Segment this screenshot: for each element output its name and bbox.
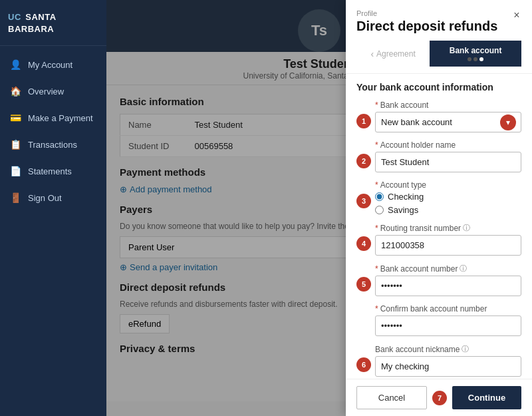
account-type-label: * Account type [375, 180, 521, 190]
routing-info-icon[interactable]: ⓘ [463, 223, 470, 233]
sidebar-item-overview[interactable]: 🏠 Overview [0, 78, 106, 104]
routing-input[interactable] [375, 235, 521, 256]
account-number-input[interactable] [375, 276, 521, 296]
radio-checking[interactable]: Checking [375, 192, 521, 202]
confirm-account-input[interactable] [375, 315, 521, 336]
cancel-button[interactable]: Cancel [356, 386, 427, 409]
step-dot-2 [473, 57, 477, 61]
nickname-input[interactable] [375, 356, 521, 377]
payment-icon: 💳 [9, 112, 21, 124]
step-badge-1: 1 [356, 114, 371, 128]
confirm-account-label-text: Confirm bank account number [380, 304, 487, 313]
radio-savings[interactable]: Savings [375, 205, 521, 215]
step-badge-6: 6 [356, 357, 371, 372]
badge-col-5: 5 [356, 277, 371, 292]
routing-field-row: 4 * Routing transit number ⓘ [356, 223, 521, 256]
account-holder-field-row: 2 * Account holder name [356, 140, 521, 172]
account-number-info-icon[interactable]: ⓘ [460, 264, 467, 274]
bank-account-section-heading: Your bank account information [356, 82, 521, 93]
sidebar-label-statements: Statements [28, 166, 72, 176]
nickname-label: Bank account nickname ⓘ [375, 344, 521, 354]
bank-account-label: * Bank account [375, 101, 521, 110]
nickname-field-row: 6 Bank account nickname ⓘ Maximum 17 cha… [356, 344, 521, 379]
continue-button[interactable]: Continue [452, 386, 521, 409]
bank-account-section-label: Your bank account information [356, 82, 493, 93]
badge-col-6: 6 [356, 357, 371, 372]
confirm-account-label: * Confirm bank account number [375, 304, 521, 313]
logo-uc: UC [8, 12, 21, 22]
bank-account-field: * Bank account New bank account ▾ [375, 101, 521, 132]
step-agreement-label: Agreement [376, 49, 416, 59]
home-icon: 🏠 [9, 85, 21, 97]
badge-col-3: 3 [356, 194, 371, 208]
account-type-label-text: Account type [380, 180, 426, 190]
sidebar-item-sign-out[interactable]: 🚪 Sign Out [0, 184, 106, 211]
account-number-label: * Bank account number ⓘ [375, 264, 521, 274]
modal-overlay: Profile Direct deposit refunds × ‹ Agree… [106, 0, 532, 416]
close-button[interactable]: × [509, 8, 524, 23]
step-badge-7: 7 [432, 391, 447, 405]
step-bank-account[interactable]: Bank account [430, 41, 521, 67]
main-content: Ts Test Student University of California… [106, 0, 532, 416]
nickname-info-icon[interactable]: ⓘ [462, 344, 469, 354]
transactions-icon: 📋 [9, 138, 21, 150]
account-holder-label-text: Account holder name [380, 140, 456, 150]
badge-col-1: 1 [356, 114, 371, 128]
step-dot-1 [467, 57, 471, 61]
account-type-field: * Account type Checking Savings [375, 180, 521, 215]
sidebar-label-my-account: My Account [28, 60, 72, 70]
sidebar-item-my-account[interactable]: 👤 My Account [0, 51, 106, 78]
account-type-radio-group: Checking Savings [375, 192, 521, 215]
account-holder-input[interactable] [375, 152, 521, 172]
step-agreement[interactable]: ‹ Agreement [356, 43, 430, 65]
step-badge-4: 4 [356, 236, 371, 251]
radio-savings-input[interactable] [375, 206, 384, 214]
account-number-field-row: 5 * Bank account number ⓘ [356, 264, 521, 296]
modal-steps: ‹ Agreement Bank account [356, 41, 521, 67]
statements-icon: 📄 [9, 165, 21, 177]
badge-col-2: 2 [356, 154, 371, 168]
step-dots [436, 57, 515, 61]
sidebar-label-transactions: Transactions [28, 140, 77, 150]
account-type-field-row: 3 * Account type Checking [356, 180, 521, 215]
step-badge-5: 5 [356, 277, 371, 292]
signout-icon: 🚪 [9, 192, 21, 204]
modal-header: Profile Direct deposit refunds × ‹ Agree… [346, 0, 532, 74]
radio-savings-label: Savings [388, 205, 418, 215]
bank-account-field-row: 1 * Bank account New bank account ▾ [356, 101, 521, 132]
bank-account-label-text: Bank account [380, 101, 429, 110]
sidebar: UC SANTA BARBARA 👤 My Account 🏠 Overview… [0, 0, 106, 416]
nickname-label-text: Bank account nickname [375, 345, 460, 354]
routing-field: * Routing transit number ⓘ [375, 223, 521, 256]
sidebar-label-overview: Overview [28, 87, 64, 97]
nickname-field: Bank account nickname ⓘ Maximum 17 chara… [375, 344, 521, 379]
badge-col-4: 4 [356, 236, 371, 251]
account-number-field: * Bank account number ⓘ [375, 264, 521, 296]
step-bank-account-label: Bank account [436, 46, 515, 55]
routing-label-text: Routing transit number [380, 224, 461, 233]
sidebar-nav: 👤 My Account 🏠 Overview 💳 Make a Payment… [0, 51, 106, 211]
modal-profile-label: Profile [356, 9, 521, 17]
account-number-label-text: Bank account number [380, 264, 458, 274]
step-badge-2: 2 [356, 154, 371, 168]
person-icon: 👤 [9, 59, 21, 71]
modal-footer: Cancel 7 Continue [346, 379, 532, 416]
bank-account-select-wrapper: New bank account ▾ [375, 112, 521, 132]
sidebar-item-transactions[interactable]: 📋 Transactions [0, 131, 106, 158]
modal-body: Your bank account information 1 * Bank a… [346, 74, 532, 379]
step-dot-3 [479, 57, 483, 61]
account-holder-field: * Account holder name [375, 140, 521, 172]
sidebar-item-make-payment[interactable]: 💳 Make a Payment [0, 104, 106, 131]
step-badge-3: 3 [356, 194, 371, 208]
sidebar-item-statements[interactable]: 📄 Statements [0, 158, 106, 184]
sidebar-label-make-payment: Make a Payment [28, 113, 93, 123]
sidebar-logo: UC SANTA BARBARA [0, 0, 106, 46]
radio-checking-input[interactable] [375, 192, 384, 201]
sidebar-label-sign-out: Sign Out [28, 193, 62, 203]
modal-title: Direct deposit refunds [356, 19, 521, 34]
radio-checking-label: Checking [388, 192, 424, 202]
modal-panel: Profile Direct deposit refunds × ‹ Agree… [346, 0, 532, 416]
routing-label: * Routing transit number ⓘ [375, 223, 521, 233]
bank-account-select[interactable]: New bank account [375, 112, 521, 132]
account-holder-label: * Account holder name [375, 140, 521, 150]
